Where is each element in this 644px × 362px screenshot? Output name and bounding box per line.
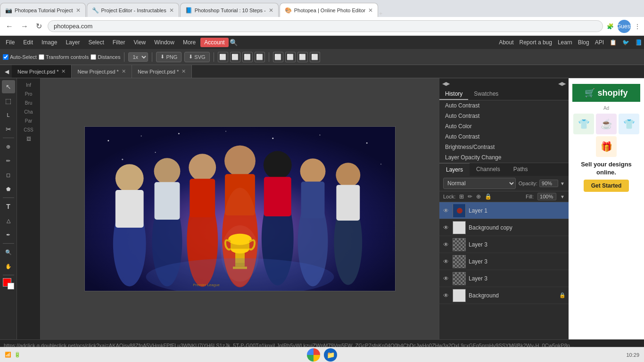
align-left-button[interactable]: ⬜ [218, 52, 228, 62]
color-swatch[interactable] [2, 277, 15, 290]
layer-item-bg-copy[interactable]: 👁 Background copy [439, 219, 569, 236]
doc-tab-3[interactable]: New Project.psd * ✕ [132, 65, 192, 78]
history-item-3[interactable]: Auto Color [439, 121, 569, 132]
profile-icon[interactable]: Guest [618, 20, 631, 33]
layer-3b-visibility-icon[interactable]: 👁 [442, 258, 450, 265]
tab-history[interactable]: History [439, 89, 468, 100]
history-item-2[interactable]: Auto Contrast [439, 111, 569, 121]
layer-bg-visibility-icon[interactable]: 👁 [442, 292, 450, 299]
side-info-bru[interactable]: Bru [24, 99, 33, 107]
fill-arrow[interactable]: ▼ [560, 194, 565, 199]
side-info-css[interactable]: CSS [23, 126, 34, 134]
layer-item-3c[interactable]: 👁 Layer 3 [439, 270, 569, 287]
layer-item-1[interactable]: 👁 Layer 1 [439, 202, 569, 219]
pen-tool-button[interactable]: ✒ [2, 228, 15, 241]
distances-check[interactable]: Distances [91, 54, 120, 60]
layer-item-3b[interactable]: 👁 Layer 3 [439, 253, 569, 270]
menu-twitter-icon[interactable]: 🐦 [622, 39, 629, 46]
healing-brush-button[interactable]: ⊕ [2, 140, 15, 153]
menu-report-bug[interactable]: Report a bug [520, 39, 552, 46]
transform-controls-checkbox[interactable] [39, 54, 44, 60]
hand-tool-button[interactable]: ✋ [2, 260, 15, 273]
fill-input[interactable] [537, 193, 556, 200]
menu-reddit-icon[interactable]: 📋 [610, 39, 617, 46]
tab-close-1[interactable]: ✕ [76, 7, 81, 14]
browser-tab-4[interactable]: 🎨 Photopea | Online Photo Editor ✕ [280, 3, 378, 17]
menu-select[interactable]: Select [84, 38, 107, 47]
doc-tab-1-close[interactable]: ✕ [61, 68, 66, 74]
doc-tab-1[interactable]: New Project.psd * ✕ [12, 65, 72, 78]
browser-tab-2[interactable]: 🔧 Project Editor - Instructables ✕ [87, 3, 179, 17]
tab-swatches[interactable]: Swatches [468, 89, 504, 100]
browser-tab-1[interactable]: 📷 Photopea Tutorial Project ✕ [0, 3, 86, 17]
layer-3a-visibility-icon[interactable]: 👁 [442, 241, 450, 248]
extensions-icon[interactable]: 🧩 [607, 23, 614, 30]
distribute-button-1[interactable]: ⬜ [273, 52, 283, 62]
menu-view[interactable]: View [130, 38, 149, 47]
menu-facebook-icon[interactable]: 📘 [635, 39, 642, 46]
menu-about[interactable]: About [499, 39, 513, 46]
history-item-1[interactable]: Auto Contrast [439, 100, 569, 111]
menu-learn[interactable]: Learn [558, 39, 572, 46]
eraser-tool-button[interactable]: ◻ [2, 168, 15, 181]
panel-collapse-left-button[interactable]: ◀▶ [442, 81, 450, 87]
doc-tab-2-close[interactable]: ✕ [122, 68, 126, 74]
browser-tab-3[interactable]: 📘 Photoshop Tutorial : 10 Steps - ✕ [180, 3, 279, 17]
taskbar-files-icon[interactable]: 📁 [324, 348, 337, 362]
side-info-pro[interactable]: Pro [24, 90, 33, 98]
layer-item-background[interactable]: 👁 Background 🔒 [439, 287, 569, 304]
layer-1-visibility-icon[interactable]: 👁 [442, 207, 450, 214]
menu-blog[interactable]: Blog [578, 39, 589, 46]
move-tool-button[interactable]: ↖ [2, 80, 15, 93]
distances-checkbox[interactable] [91, 54, 96, 60]
opacity-input[interactable] [539, 180, 558, 187]
blend-mode-select[interactable]: Normal [443, 178, 516, 189]
panel-collapse-right-button[interactable]: ◀▶ [558, 81, 566, 87]
crop-tool-button[interactable]: ✂ [2, 123, 15, 136]
forward-button[interactable]: → [19, 21, 30, 32]
menu-account[interactable]: Account [200, 38, 228, 47]
tab-channels[interactable]: Channels [470, 163, 507, 176]
address-input[interactable] [48, 20, 603, 32]
tab-close-4[interactable]: ✕ [368, 7, 373, 14]
scale-select[interactable]: 1x [128, 52, 148, 62]
collapse-left-button[interactable]: ◀ [2, 67, 12, 76]
side-info-cha[interactable]: Cha [23, 108, 33, 116]
refresh-button[interactable]: ↻ [34, 21, 44, 32]
svg-export-button[interactable]: ⬇ SVG [184, 52, 209, 62]
menu-window[interactable]: Window [150, 38, 178, 47]
history-item-4[interactable]: Auto Contrast [439, 132, 569, 142]
auto-select-check[interactable]: Auto-Select [3, 54, 37, 60]
menu-image[interactable]: Image [38, 38, 61, 47]
tab-paths[interactable]: Paths [507, 163, 535, 176]
tab-close-2[interactable]: ✕ [169, 7, 174, 14]
opacity-arrow[interactable]: ▼ [560, 181, 565, 186]
layer-bgcopy-visibility-icon[interactable]: 👁 [442, 224, 450, 231]
tab-close-3[interactable]: ✕ [269, 7, 273, 14]
zoom-tool-button[interactable]: 🔍 [2, 246, 15, 259]
layer-item-3a[interactable]: 👁 Layer 3 [439, 236, 569, 253]
align-right-button[interactable]: ⬜ [242, 52, 253, 62]
distribute-button-4[interactable]: ⬜ [310, 52, 320, 62]
auto-select-checkbox[interactable] [3, 54, 8, 60]
shopify-cta-button[interactable]: Get Started [584, 180, 629, 192]
fill-tool-button[interactable]: ⬟ [2, 182, 15, 196]
side-info-img-icon[interactable]: 🖼 [25, 135, 32, 143]
text-tool-button[interactable]: T [2, 200, 15, 213]
png-export-button[interactable]: ⬇ PNG [156, 52, 182, 62]
menu-layer[interactable]: Layer [62, 38, 83, 47]
align-top-button[interactable]: ⬜ [255, 52, 265, 62]
transform-controls-check[interactable]: Transform controls [39, 54, 89, 60]
menu-api[interactable]: API [595, 39, 604, 46]
lasso-tool-button[interactable]: L [2, 108, 15, 122]
new-tab-button[interactable]: + [379, 10, 382, 17]
doc-tab-2[interactable]: New Project.psd * ✕ [72, 65, 132, 78]
lock-position-icon[interactable]: ✏ [468, 193, 472, 200]
lock-pixels-icon[interactable]: ⊞ [459, 193, 464, 200]
taskbar-chrome-icon[interactable] [307, 348, 320, 362]
history-item-5[interactable]: Brightness/Contrast [439, 142, 569, 152]
history-item-6[interactable]: Layer Opacity Change [439, 152, 569, 163]
more-options-icon[interactable]: ⋮ [635, 23, 640, 30]
align-center-button[interactable]: ⬜ [230, 52, 240, 62]
menu-edit[interactable]: Edit [19, 38, 37, 47]
